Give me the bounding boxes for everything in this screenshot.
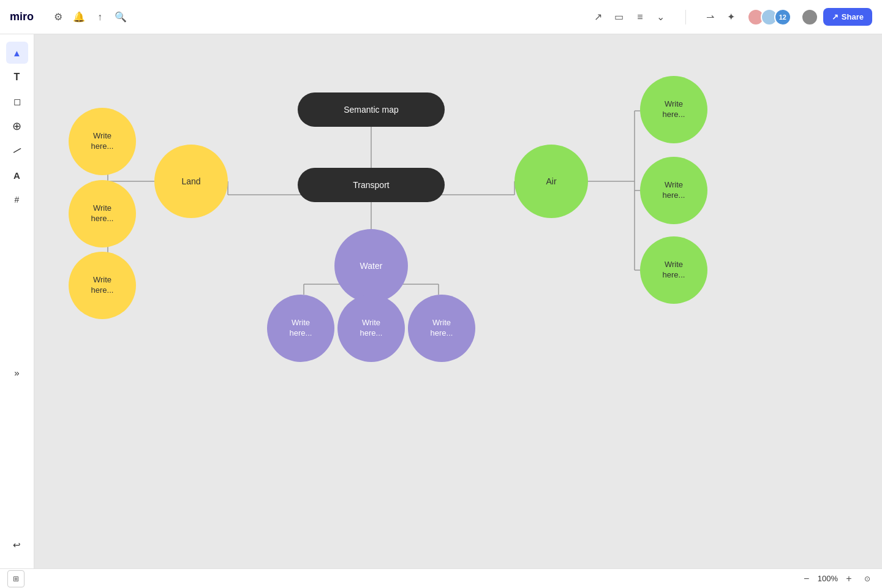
notifications-icon[interactable]: 🔔 xyxy=(69,7,89,27)
present-icon[interactable]: ▭ xyxy=(609,7,629,27)
magic-icon[interactable]: ✦ xyxy=(722,7,741,27)
app-logo: miro xyxy=(10,10,34,23)
air-child-1-label: Write here... xyxy=(663,99,685,120)
tool-frame[interactable]: # xyxy=(6,189,28,211)
zoom-controls: − 100% + ⊙ xyxy=(799,571,875,586)
docs-icon[interactable]: ≡ xyxy=(630,7,650,27)
transport-node[interactable]: Transport xyxy=(298,168,445,202)
water-child-3[interactable]: Write here... xyxy=(408,295,475,362)
land-node[interactable]: Land xyxy=(154,145,228,218)
air-node[interactable]: Air xyxy=(514,145,588,218)
zoom-out-button[interactable]: − xyxy=(799,571,814,586)
air-child-1[interactable]: Write here... xyxy=(640,76,707,143)
connect-icon: ⊕ xyxy=(12,119,21,133)
water-node[interactable]: Water xyxy=(334,229,408,303)
share-icon: ↗ xyxy=(832,12,839,21)
tool-undo[interactable]: ↩ xyxy=(6,534,28,556)
tool-shapes[interactable]: A xyxy=(6,164,28,186)
air-child-2[interactable]: Write here... xyxy=(640,157,707,224)
share-button[interactable]: ↗ Share xyxy=(823,8,872,26)
water-label: Water xyxy=(360,260,383,271)
tool-text[interactable]: T xyxy=(6,66,28,88)
land-child-2[interactable]: Write here... xyxy=(69,180,136,247)
view-tools: ↗ ▭ ≡ ⌄ xyxy=(589,7,671,27)
draw-icon: / xyxy=(11,145,22,156)
diagram: Semantic map Transport Land Air Water Wr… xyxy=(34,34,882,568)
semantic-map-label: Semantic map xyxy=(344,104,398,115)
water-child-3-label: Write here... xyxy=(431,318,453,339)
tool-more[interactable]: » xyxy=(6,361,28,383)
land-child-2-label: Write here... xyxy=(91,203,114,224)
land-child-3-label: Write here... xyxy=(91,275,114,296)
shapes-icon: A xyxy=(13,170,20,181)
avatar-group: 12 xyxy=(751,9,791,26)
upload-icon[interactable]: ↑ xyxy=(90,7,110,27)
zoom-level-display: 100% xyxy=(818,574,838,583)
left-sidebar: ▲ T ◻ ⊕ / A # » ↩ xyxy=(0,34,34,568)
toolbar-divider-1 xyxy=(685,10,686,24)
settings-icon[interactable]: ⚙ xyxy=(48,7,68,27)
tool-connect[interactable]: ⊕ xyxy=(6,115,28,137)
water-child-1[interactable]: Write here... xyxy=(267,295,334,362)
land-child-3[interactable]: Write here... xyxy=(69,252,136,319)
air-child-3[interactable]: Write here... xyxy=(640,236,707,304)
tool-draw[interactable]: / xyxy=(6,140,28,162)
land-label: Land xyxy=(181,176,200,187)
board-list-icon[interactable]: ⊞ xyxy=(7,570,24,587)
avatar-current-user xyxy=(801,9,818,26)
avatar-count: 12 xyxy=(774,9,791,26)
frame-icon: # xyxy=(15,195,20,205)
sticky-icon: ◻ xyxy=(13,96,21,107)
chevron-down-icon[interactable]: ⌄ xyxy=(651,7,671,27)
cursor-tool-icon[interactable]: ↗ xyxy=(589,7,608,27)
top-toolbar: miro ⚙ 🔔 ↑ 🔍 ↗ ▭ ≡ ⌄ ⇀ ✦ 12 ↗ Share xyxy=(0,0,882,34)
select-icon: ▲ xyxy=(12,48,21,58)
zoom-in-button[interactable]: + xyxy=(842,571,856,586)
action-tools: ⇀ ✦ xyxy=(701,7,741,27)
land-child-1[interactable]: Write here... xyxy=(69,108,136,175)
air-child-3-label: Write here... xyxy=(663,260,685,281)
semantic-map-node[interactable]: Semantic map xyxy=(298,92,445,127)
fit-view-button[interactable]: ⊙ xyxy=(860,571,875,586)
more-icon: » xyxy=(14,368,19,378)
air-child-2-label: Write here... xyxy=(663,180,685,201)
land-child-1-label: Write here... xyxy=(91,131,114,152)
search-icon[interactable]: 🔍 xyxy=(111,7,130,27)
water-child-1-label: Write here... xyxy=(290,318,312,339)
tool-sticky[interactable]: ◻ xyxy=(6,91,28,113)
filter-icon[interactable]: ⇀ xyxy=(701,7,720,27)
water-child-2-label: Write here... xyxy=(360,318,383,339)
right-toolbar: ↗ ▭ ≡ ⌄ ⇀ ✦ 12 ↗ Share xyxy=(584,7,872,27)
water-child-2[interactable]: Write here... xyxy=(337,295,405,362)
grid-icon: ⊞ xyxy=(13,575,19,583)
air-label: Air xyxy=(546,176,556,187)
undo-icon: ↩ xyxy=(13,540,21,551)
tool-select[interactable]: ▲ xyxy=(6,42,28,64)
canvas: Semantic map Transport Land Air Water Wr… xyxy=(34,34,882,568)
toolbar-left-icons: ⚙ 🔔 ↑ 🔍 xyxy=(48,7,130,27)
transport-label: Transport xyxy=(353,179,389,190)
bottom-bar: ⊞ − 100% + ⊙ xyxy=(0,568,882,588)
text-icon: T xyxy=(14,72,20,83)
